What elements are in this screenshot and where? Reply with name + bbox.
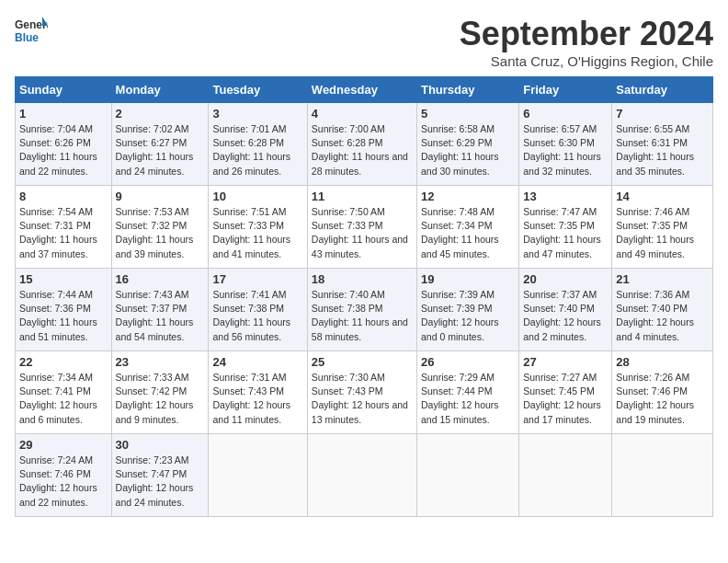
day-number: 9 [116, 190, 205, 203]
calendar-week-row: 1 Sunrise: 7:04 AM Sunset: 6:26 PM Dayli… [16, 103, 713, 186]
day-info: Sunrise: 7:51 AM Sunset: 7:33 PM Dayligh… [212, 205, 302, 261]
calendar-cell: 6 Sunrise: 6:57 AM Sunset: 6:30 PM Dayli… [519, 103, 612, 186]
day-number: 8 [19, 190, 108, 203]
calendar-cell: 12 Sunrise: 7:48 AM Sunset: 7:34 PM Dayl… [416, 186, 518, 269]
calendar-cell: 29 Sunrise: 7:24 AM Sunset: 7:46 PM Dayl… [16, 434, 112, 517]
day-number: 28 [616, 355, 709, 369]
day-number: 10 [212, 190, 302, 203]
day-info: Sunrise: 7:23 AM Sunset: 7:47 PM Dayligh… [116, 454, 205, 510]
col-thursday: Thursday [416, 77, 518, 103]
day-info: Sunrise: 6:55 AM Sunset: 6:31 PM Dayligh… [616, 122, 709, 178]
calendar-cell: 23 Sunrise: 7:33 AM Sunset: 7:42 PM Dayl… [111, 351, 209, 434]
day-number: 15 [19, 272, 108, 286]
calendar-header-row: Sunday Monday Tuesday Wednesday Thursday… [16, 77, 713, 103]
day-info: Sunrise: 7:53 AM Sunset: 7:32 PM Dayligh… [116, 205, 205, 261]
col-monday: Monday [111, 77, 209, 103]
day-info: Sunrise: 7:26 AM Sunset: 7:46 PM Dayligh… [616, 371, 709, 427]
logo: General Blue [15, 15, 48, 48]
svg-text:Blue: Blue [15, 31, 39, 44]
day-info: Sunrise: 6:58 AM Sunset: 6:29 PM Dayligh… [421, 122, 515, 178]
day-number: 26 [421, 355, 515, 369]
day-info: Sunrise: 7:34 AM Sunset: 7:41 PM Dayligh… [19, 371, 108, 427]
calendar-cell: 11 Sunrise: 7:50 AM Sunset: 7:33 PM Dayl… [307, 186, 416, 269]
day-number: 25 [312, 355, 413, 369]
calendar-cell: 16 Sunrise: 7:43 AM Sunset: 7:37 PM Dayl… [111, 269, 209, 351]
calendar-cell: 8 Sunrise: 7:54 AM Sunset: 7:31 PM Dayli… [16, 186, 112, 269]
location: Santa Cruz, O'Higgins Region, Chile [460, 53, 713, 69]
day-info: Sunrise: 6:57 AM Sunset: 6:30 PM Dayligh… [523, 122, 608, 178]
calendar-cell: 15 Sunrise: 7:44 AM Sunset: 7:36 PM Dayl… [16, 269, 112, 351]
calendar-cell: 9 Sunrise: 7:53 AM Sunset: 7:32 PM Dayli… [111, 186, 209, 269]
day-info: Sunrise: 7:48 AM Sunset: 7:34 PM Dayligh… [421, 205, 515, 261]
calendar-cell: 1 Sunrise: 7:04 AM Sunset: 6:26 PM Dayli… [16, 103, 112, 186]
day-info: Sunrise: 7:29 AM Sunset: 7:44 PM Dayligh… [421, 371, 515, 427]
day-info: Sunrise: 7:36 AM Sunset: 7:40 PM Dayligh… [616, 288, 709, 344]
calendar-cell: 2 Sunrise: 7:02 AM Sunset: 6:27 PM Dayli… [111, 103, 209, 186]
calendar-cell: 7 Sunrise: 6:55 AM Sunset: 6:31 PM Dayli… [612, 103, 713, 186]
day-info: Sunrise: 7:27 AM Sunset: 7:45 PM Dayligh… [523, 371, 608, 427]
calendar-cell: 5 Sunrise: 6:58 AM Sunset: 6:29 PM Dayli… [416, 103, 518, 186]
calendar-cell: 21 Sunrise: 7:36 AM Sunset: 7:40 PM Dayl… [612, 269, 713, 351]
day-number: 2 [116, 107, 205, 121]
day-number: 19 [421, 272, 515, 286]
day-info: Sunrise: 7:31 AM Sunset: 7:43 PM Dayligh… [212, 371, 302, 427]
calendar-cell: 19 Sunrise: 7:39 AM Sunset: 7:39 PM Dayl… [416, 269, 518, 351]
day-number: 21 [616, 272, 709, 286]
day-info: Sunrise: 7:40 AM Sunset: 7:38 PM Dayligh… [312, 288, 413, 344]
calendar-week-row: 8 Sunrise: 7:54 AM Sunset: 7:31 PM Dayli… [16, 186, 713, 269]
month-title: September 2024 [460, 15, 713, 53]
calendar-week-row: 22 Sunrise: 7:34 AM Sunset: 7:41 PM Dayl… [16, 351, 713, 434]
calendar-cell: 26 Sunrise: 7:29 AM Sunset: 7:44 PM Dayl… [416, 351, 518, 434]
col-friday: Friday [519, 77, 612, 103]
calendar-cell: 25 Sunrise: 7:30 AM Sunset: 7:43 PM Dayl… [307, 351, 416, 434]
calendar-cell: 14 Sunrise: 7:46 AM Sunset: 7:35 PM Dayl… [612, 186, 713, 269]
logo-svg: General Blue [15, 15, 48, 48]
day-number: 6 [523, 107, 608, 121]
day-number: 5 [421, 107, 515, 121]
col-wednesday: Wednesday [307, 77, 416, 103]
day-number: 30 [116, 438, 205, 452]
day-number: 20 [523, 272, 608, 286]
calendar-cell: 24 Sunrise: 7:31 AM Sunset: 7:43 PM Dayl… [209, 351, 307, 434]
calendar-cell: 30 Sunrise: 7:23 AM Sunset: 7:47 PM Dayl… [111, 434, 209, 517]
day-number: 16 [116, 272, 205, 286]
calendar-table: Sunday Monday Tuesday Wednesday Thursday… [15, 76, 713, 517]
day-info: Sunrise: 7:00 AM Sunset: 6:28 PM Dayligh… [312, 122, 413, 178]
calendar-cell: 28 Sunrise: 7:26 AM Sunset: 7:46 PM Dayl… [612, 351, 713, 434]
day-info: Sunrise: 7:41 AM Sunset: 7:38 PM Dayligh… [212, 288, 302, 344]
day-number: 24 [212, 355, 302, 369]
calendar-cell: 20 Sunrise: 7:37 AM Sunset: 7:40 PM Dayl… [519, 269, 612, 351]
day-info: Sunrise: 7:30 AM Sunset: 7:43 PM Dayligh… [312, 371, 413, 427]
page-header: General Blue September 2024 Santa Cruz, … [15, 15, 713, 69]
calendar-cell [519, 434, 612, 517]
day-info: Sunrise: 7:50 AM Sunset: 7:33 PM Dayligh… [312, 205, 413, 261]
day-number: 27 [523, 355, 608, 369]
day-info: Sunrise: 7:24 AM Sunset: 7:46 PM Dayligh… [19, 454, 108, 510]
day-number: 23 [116, 355, 205, 369]
day-info: Sunrise: 7:37 AM Sunset: 7:40 PM Dayligh… [523, 288, 608, 344]
calendar-cell: 18 Sunrise: 7:40 AM Sunset: 7:38 PM Dayl… [307, 269, 416, 351]
day-info: Sunrise: 7:33 AM Sunset: 7:42 PM Dayligh… [116, 371, 205, 427]
day-number: 18 [312, 272, 413, 286]
calendar-cell: 3 Sunrise: 7:01 AM Sunset: 6:28 PM Dayli… [209, 103, 307, 186]
day-number: 13 [523, 190, 608, 203]
calendar-cell [307, 434, 416, 517]
calendar-week-row: 15 Sunrise: 7:44 AM Sunset: 7:36 PM Dayl… [16, 269, 713, 351]
day-number: 14 [616, 190, 709, 203]
title-block: September 2024 Santa Cruz, O'Higgins Reg… [460, 15, 713, 69]
col-tuesday: Tuesday [209, 77, 307, 103]
calendar-cell: 4 Sunrise: 7:00 AM Sunset: 6:28 PM Dayli… [307, 103, 416, 186]
day-info: Sunrise: 7:44 AM Sunset: 7:36 PM Dayligh… [19, 288, 108, 344]
day-number: 7 [616, 107, 709, 121]
day-number: 12 [421, 190, 515, 203]
col-sunday: Sunday [16, 77, 112, 103]
day-number: 3 [212, 107, 302, 121]
calendar-cell: 22 Sunrise: 7:34 AM Sunset: 7:41 PM Dayl… [16, 351, 112, 434]
calendar-cell [209, 434, 307, 517]
col-saturday: Saturday [612, 77, 713, 103]
day-info: Sunrise: 7:02 AM Sunset: 6:27 PM Dayligh… [116, 122, 205, 178]
day-number: 17 [212, 272, 302, 286]
day-info: Sunrise: 7:46 AM Sunset: 7:35 PM Dayligh… [616, 205, 709, 261]
day-info: Sunrise: 7:39 AM Sunset: 7:39 PM Dayligh… [421, 288, 515, 344]
calendar-cell: 13 Sunrise: 7:47 AM Sunset: 7:35 PM Dayl… [519, 186, 612, 269]
